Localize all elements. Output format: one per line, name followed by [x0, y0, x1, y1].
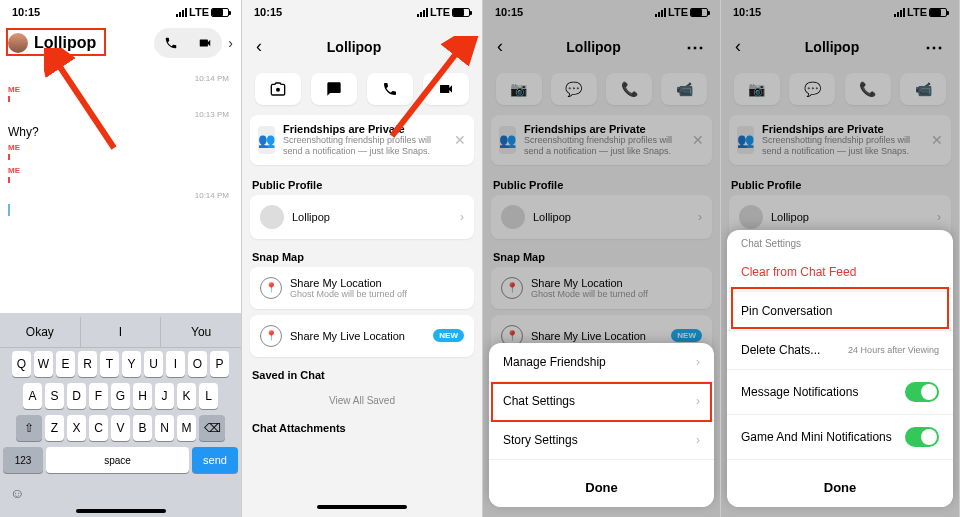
- numbers-key[interactable]: 123: [3, 447, 43, 473]
- friends-icon: 👥: [258, 126, 275, 154]
- chat-screen: 10:15 LTE Lollipop › 10:14 PM ME 10:13 P…: [0, 0, 242, 517]
- audio-call-button[interactable]: [156, 30, 186, 56]
- action-sheet: Manage Friendship› Chat Settings› Story …: [489, 343, 714, 507]
- video-call-button[interactable]: [190, 30, 220, 56]
- done-button[interactable]: Done: [727, 468, 953, 507]
- delete-chats-row[interactable]: Delete Chats...24 Hours after Viewing: [727, 331, 953, 370]
- back-button[interactable]: ‹: [252, 32, 266, 61]
- chat-button[interactable]: [311, 73, 357, 105]
- chat-settings-row[interactable]: Chat Settings›: [489, 382, 714, 421]
- shift-key[interactable]: ⇧: [16, 415, 42, 441]
- toggle-on[interactable]: [905, 382, 939, 402]
- clear-chat-row[interactable]: Clear from Chat Feed: [727, 253, 953, 292]
- section-snap-map: Snap Map: [242, 245, 482, 267]
- manage-friendship-row[interactable]: Manage Friendship›: [489, 343, 714, 382]
- chat-settings-sheet-screen: 10:15LTE ‹Lollipop⋯ 📷💬📞📹 👥Friendships ar…: [721, 0, 960, 517]
- svg-point-3: [276, 88, 280, 92]
- svg-line-2: [392, 46, 462, 136]
- done-button[interactable]: Done: [489, 468, 714, 507]
- emoji-button[interactable]: ☺: [0, 479, 241, 509]
- location-icon: 📍: [260, 277, 282, 299]
- home-indicator: [76, 509, 166, 513]
- new-badge: NEW: [433, 329, 464, 342]
- section-saved: Saved in Chat: [242, 363, 482, 385]
- send-key[interactable]: send: [192, 447, 238, 473]
- red-arrow: [44, 48, 134, 158]
- snap-button[interactable]: [255, 73, 301, 105]
- back-button[interactable]: ‹: [493, 32, 507, 61]
- status-right: LTE: [176, 6, 229, 18]
- status-time: 10:15: [12, 6, 40, 18]
- avatar-icon: [260, 205, 284, 229]
- suggestion[interactable]: Okay: [0, 317, 81, 347]
- suggestion[interactable]: I: [81, 317, 162, 347]
- section-attachments: Chat Attachments: [242, 416, 482, 438]
- profile-row[interactable]: Lollipop ›: [250, 195, 474, 239]
- chat-settings-sheet: Chat Settings Clear from Chat Feed Pin C…: [727, 230, 953, 507]
- keyboard: Okay I You QWERTYUIOP ASDFGHJKL ⇧ZXCVBNM…: [0, 313, 241, 517]
- more-button[interactable]: ⋯: [680, 34, 710, 60]
- share-live-location-row[interactable]: 📍 Share My Live Location NEW: [250, 315, 474, 357]
- share-location-row[interactable]: 📍 Share My LocationGhost Mode will be tu…: [250, 267, 474, 309]
- section-public-profile: Public Profile: [242, 173, 482, 195]
- location-icon: 📍: [260, 325, 282, 347]
- sheet-header: Chat Settings: [727, 230, 953, 253]
- space-key[interactable]: space: [46, 447, 189, 473]
- key[interactable]: Q: [12, 351, 31, 377]
- profile-sheet-screen: 10:15LTE ‹Lollipop⋯ 📷💬📞📹 👥Friendships ar…: [483, 0, 721, 517]
- toggle-on[interactable]: [905, 427, 939, 447]
- message-notifications-row[interactable]: Message Notifications: [727, 370, 953, 415]
- suggestion[interactable]: You: [161, 317, 241, 347]
- status-bar: 10:15 LTE: [0, 0, 241, 22]
- backspace-key[interactable]: ⌫: [199, 415, 225, 441]
- avatar-icon[interactable]: [8, 33, 28, 53]
- chevron-right-icon: ›: [460, 210, 464, 224]
- svg-line-0: [54, 58, 114, 148]
- red-arrow: [382, 36, 483, 146]
- chevron-right-icon[interactable]: ›: [228, 35, 233, 51]
- profile-screen: 10:15LTE ‹ Lollipop ⋯ 👥 Friendships are …: [242, 0, 483, 517]
- view-all-saved[interactable]: View All Saved: [242, 385, 482, 416]
- story-settings-row[interactable]: Story Settings›: [489, 421, 714, 460]
- home-indicator: [317, 505, 407, 509]
- game-notifications-row[interactable]: Game And Mini Notifications: [727, 415, 953, 460]
- pin-conversation-row[interactable]: Pin Conversation: [727, 292, 953, 331]
